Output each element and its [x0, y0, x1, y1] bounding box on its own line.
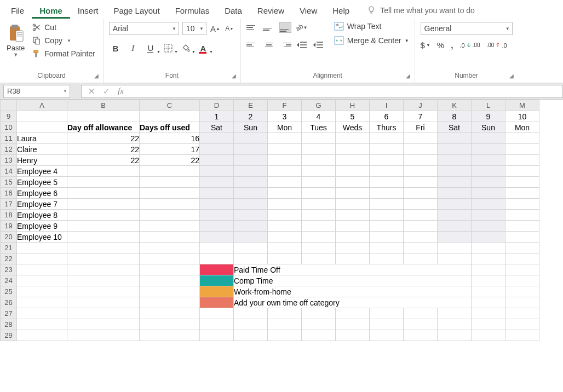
- cell-L16[interactable]: [472, 188, 505, 199]
- row-header-10[interactable]: 10: [1, 122, 17, 133]
- cell-H21[interactable]: [336, 243, 370, 253]
- cell-K12[interactable]: [438, 144, 472, 155]
- cell-I17[interactable]: [370, 199, 404, 210]
- font-size-select[interactable]: 10▼: [182, 22, 206, 35]
- cell-B17[interactable]: [67, 199, 140, 210]
- dialog-launcher-icon[interactable]: ◢: [405, 73, 411, 79]
- fx-icon[interactable]: fx: [118, 87, 124, 96]
- cell-I22[interactable]: [370, 253, 404, 264]
- cell-F22[interactable]: [268, 253, 302, 264]
- cell-C16[interactable]: [140, 188, 200, 199]
- cell-C23[interactable]: [140, 264, 200, 275]
- cell-M19[interactable]: [505, 221, 539, 232]
- row-header-24[interactable]: 24: [1, 275, 17, 286]
- cell-H19[interactable]: [336, 221, 370, 232]
- cell-A9[interactable]: [17, 111, 67, 122]
- decrease-decimal-button[interactable]: .00.0: [486, 42, 507, 49]
- align-bottom-button[interactable]: [279, 22, 291, 33]
- cell-I29[interactable]: [370, 330, 404, 341]
- cell-A19[interactable]: Employee 9: [17, 221, 67, 232]
- cell-L12[interactable]: [472, 144, 505, 155]
- cell-I15[interactable]: [370, 177, 404, 188]
- wrap-text-button[interactable]: ab Wrap Text: [334, 22, 409, 31]
- cell-L28[interactable]: [472, 319, 505, 330]
- formula-input[interactable]: [130, 85, 563, 98]
- col-header-C[interactable]: C: [140, 100, 200, 111]
- cell-K19[interactable]: [438, 221, 472, 232]
- cell-D22[interactable]: [200, 253, 234, 264]
- cell-G17[interactable]: [302, 199, 336, 210]
- cell-M15[interactable]: [505, 177, 539, 188]
- cell-J20[interactable]: [404, 232, 438, 243]
- cell-C14[interactable]: [140, 166, 200, 177]
- cell-G18[interactable]: [302, 210, 336, 221]
- cell-B25[interactable]: [67, 286, 140, 297]
- cell-I16[interactable]: [370, 188, 404, 199]
- cell-G11[interactable]: [302, 133, 336, 144]
- cell-I13[interactable]: [370, 155, 404, 166]
- cell-K9[interactable]: 8: [438, 111, 472, 122]
- cell-D18[interactable]: [200, 210, 234, 221]
- cell-E9[interactable]: 2: [234, 111, 268, 122]
- cell-F29[interactable]: [268, 330, 302, 341]
- cell-M12[interactable]: [505, 144, 539, 155]
- cell-I10[interactable]: Thurs: [370, 122, 404, 133]
- row-header-29[interactable]: 29: [1, 330, 17, 341]
- cell-F10[interactable]: Mon: [268, 122, 302, 133]
- cell-I21[interactable]: [370, 243, 404, 253]
- cell-C19[interactable]: [140, 221, 200, 232]
- row-header-12[interactable]: 12: [1, 144, 17, 155]
- cell-A21[interactable]: [17, 243, 67, 253]
- font-name-select[interactable]: Arial▼: [109, 22, 179, 35]
- cell-I9[interactable]: 6: [370, 111, 404, 122]
- cell-M23[interactable]: [505, 264, 539, 275]
- cell-E15[interactable]: [234, 177, 268, 188]
- cell-D29[interactable]: [200, 330, 234, 341]
- cell-L25[interactable]: [472, 286, 505, 297]
- cell-B12[interactable]: 22: [67, 144, 140, 155]
- cell-L24[interactable]: [472, 275, 505, 286]
- col-header-J[interactable]: J: [404, 100, 438, 111]
- align-center-button[interactable]: [263, 39, 275, 50]
- cell-C9[interactable]: [140, 111, 200, 122]
- cell-E17[interactable]: [234, 199, 268, 210]
- accounting-format-button[interactable]: $▼: [421, 41, 430, 50]
- align-middle-button[interactable]: [263, 22, 275, 33]
- cell-D9[interactable]: 1: [200, 111, 234, 122]
- cell-B10[interactable]: Day off allowance: [67, 122, 140, 133]
- cell-J11[interactable]: [404, 133, 438, 144]
- cell-H13[interactable]: [336, 155, 370, 166]
- cell-D17[interactable]: [200, 199, 234, 210]
- cell-A13[interactable]: Henry: [17, 155, 67, 166]
- cell-G13[interactable]: [302, 155, 336, 166]
- cell-K17[interactable]: [438, 199, 472, 210]
- row-header-17[interactable]: 17: [1, 199, 17, 210]
- cell-D24[interactable]: [200, 275, 234, 286]
- cell-F20[interactable]: [268, 232, 302, 243]
- cell-G9[interactable]: 4: [302, 111, 336, 122]
- cell-E18[interactable]: [234, 210, 268, 221]
- cell-K27[interactable]: [438, 308, 472, 319]
- cell-F28[interactable]: [268, 319, 302, 330]
- cell-E25[interactable]: Work-from-home: [234, 286, 472, 297]
- cell-J22[interactable]: [404, 253, 438, 264]
- cell-K11[interactable]: [438, 133, 472, 144]
- cell-D13[interactable]: [200, 155, 234, 166]
- name-box[interactable]: R38▼: [3, 85, 70, 98]
- cell-J27[interactable]: [404, 308, 438, 319]
- orientation-button[interactable]: ab▼: [296, 22, 308, 33]
- cell-B11[interactable]: 22: [67, 133, 140, 144]
- cell-M11[interactable]: [505, 133, 539, 144]
- cell-D19[interactable]: [200, 221, 234, 232]
- cell-E12[interactable]: [234, 144, 268, 155]
- cell-A16[interactable]: Employee 6: [17, 188, 67, 199]
- align-left-button[interactable]: [246, 39, 258, 50]
- row-header-19[interactable]: 19: [1, 221, 17, 232]
- row-header-18[interactable]: 18: [1, 210, 17, 221]
- cell-B27[interactable]: [67, 308, 140, 319]
- cell-J16[interactable]: [404, 188, 438, 199]
- col-header-I[interactable]: I: [370, 100, 404, 111]
- cell-K20[interactable]: [438, 232, 472, 243]
- cell-H28[interactable]: [336, 319, 370, 330]
- cell-B26[interactable]: [67, 297, 140, 308]
